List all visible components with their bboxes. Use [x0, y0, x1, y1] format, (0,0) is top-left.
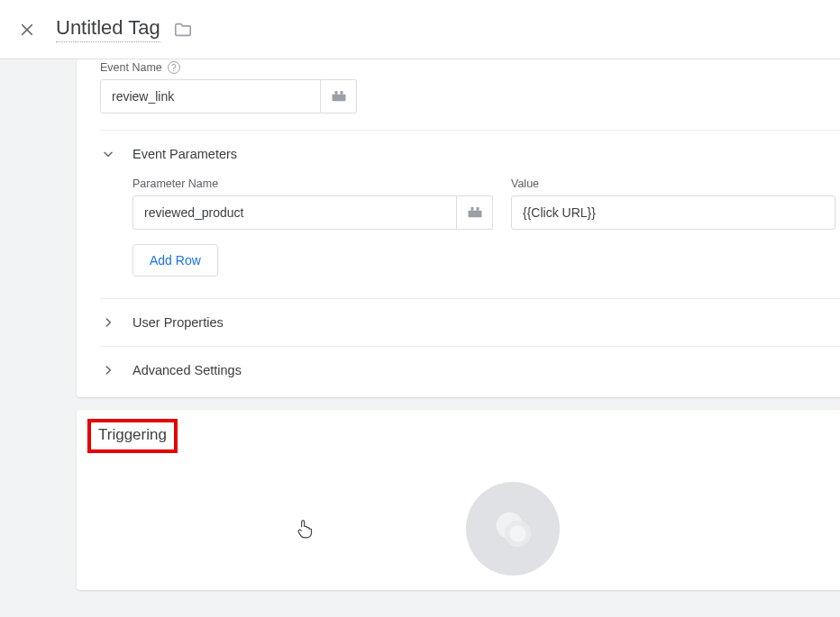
editor-header: Untitled Tag: [0, 0, 840, 59]
add-trigger-placeholder[interactable]: [466, 482, 560, 576]
triggering-card[interactable]: Triggering: [77, 410, 840, 590]
chevron-right-icon: [100, 316, 116, 329]
close-button[interactable]: [16, 19, 38, 41]
brick-icon: [331, 90, 347, 103]
svg-point-10: [509, 525, 525, 541]
svg-rect-2: [332, 95, 345, 102]
tag-title-input[interactable]: Untitled Tag: [56, 16, 160, 42]
advanced-settings-title: Advanced Settings: [132, 363, 242, 377]
tag-configuration-card: Event Name ? Event Parameters Parameter …: [77, 59, 840, 397]
svg-rect-5: [468, 211, 481, 218]
param-value-label: Value: [511, 177, 835, 190]
folder-icon: [173, 20, 193, 40]
svg-rect-4: [340, 91, 342, 95]
close-icon: [19, 22, 35, 38]
event-name-label-text: Event Name: [100, 61, 162, 74]
help-icon[interactable]: ?: [168, 61, 180, 74]
chevron-right-icon: [100, 364, 116, 377]
advanced-settings-toggle[interactable]: Advanced Settings: [100, 347, 840, 397]
folder-button[interactable]: [173, 20, 193, 40]
user-properties-title: User Properties: [132, 315, 224, 330]
tag-placeholder-icon: [493, 509, 533, 549]
chevron-down-icon: [100, 148, 116, 160]
event-parameters-body: Parameter Name Value Add Row: [100, 177, 840, 298]
param-name-label: Parameter Name: [132, 177, 493, 190]
triggering-highlight: Triggering: [87, 419, 178, 453]
cursor-hand-icon: [296, 518, 314, 540]
variable-picker-button[interactable]: [321, 79, 357, 113]
event-parameters-toggle[interactable]: Event Parameters: [100, 131, 840, 177]
user-properties-toggle[interactable]: User Properties: [100, 299, 840, 346]
svg-rect-3: [334, 91, 337, 95]
event-parameters-title: Event Parameters: [132, 147, 237, 161]
event-name-field-group: Event Name ?: [100, 59, 840, 130]
variable-picker-button[interactable]: [457, 195, 493, 230]
event-name-input[interactable]: [100, 79, 321, 113]
param-value-input[interactable]: [511, 195, 835, 230]
svg-rect-6: [470, 207, 473, 211]
param-name-input[interactable]: [132, 195, 457, 230]
brick-icon: [467, 206, 483, 219]
triggering-title: Triggering: [98, 426, 167, 443]
param-name-column: Parameter Name: [132, 177, 493, 230]
param-value-column: Value: [511, 177, 835, 230]
event-name-label: Event Name ?: [100, 61, 840, 74]
add-row-button[interactable]: Add Row: [132, 244, 218, 277]
svg-rect-7: [476, 207, 479, 211]
